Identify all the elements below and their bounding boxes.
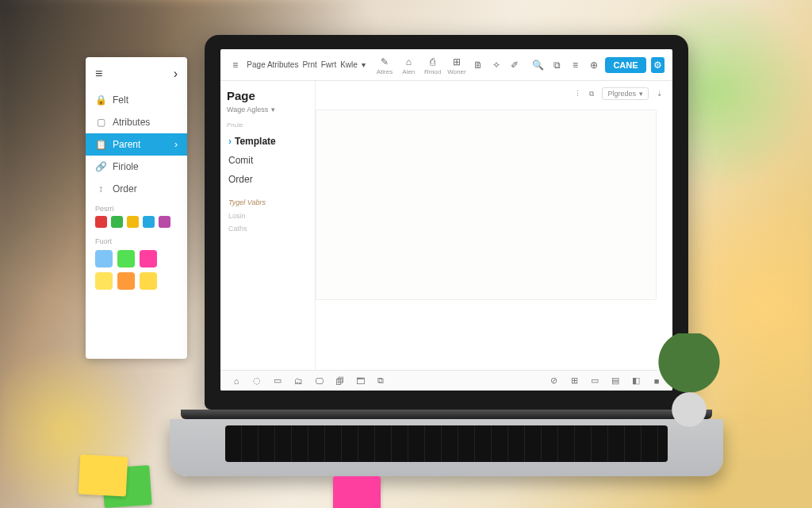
brand-chip[interactable]	[127, 216, 139, 228]
sidebar-item-label: Felt	[113, 94, 128, 106]
folder-icon[interactable]: 🗂	[292, 376, 304, 386]
swatch[interactable]	[117, 272, 135, 290]
section-label: Pesrri	[86, 200, 187, 214]
chevron-down-icon[interactable]: ▾	[362, 60, 366, 69]
swatch[interactable]	[140, 250, 157, 267]
swatch[interactable]	[95, 250, 113, 267]
attributes-sidebar: ≡ › 🔒 Felt ▢ Atributes 📋 Parent › 🔗 Firi…	[86, 57, 187, 359]
document-canvas: ⋮ ⧉ Plgredes▾ ⇣	[316, 81, 672, 370]
kebab-icon[interactable]: ⋮	[574, 90, 581, 98]
circle-icon[interactable]: ◌	[251, 375, 263, 386]
swatch[interactable]	[95, 272, 113, 290]
breadcrumb-item[interactable]: Kwle	[340, 60, 358, 69]
brand-chip[interactable]	[159, 216, 170, 228]
duplicate-icon[interactable]: ⧉	[374, 375, 387, 386]
list-icon[interactable]: ≡	[569, 57, 582, 73]
copy-icon[interactable]: ⧉	[589, 90, 594, 98]
brand-chip[interactable]	[95, 216, 107, 228]
attr-template[interactable]: Template	[227, 132, 308, 151]
mini-label: Pnule	[227, 121, 308, 129]
panel-title: Page	[227, 89, 308, 102]
sub-label: Tygel Vabrs	[227, 195, 308, 210]
rect-icon[interactable]: ▭	[588, 375, 601, 386]
desk-plant	[653, 333, 725, 429]
print-icon: ⎙	[425, 54, 441, 70]
clipboard-icon: 📋	[95, 139, 106, 150]
sidebar-item-order[interactable]: ↕ Order	[86, 178, 187, 200]
chevron-down-icon: ▾	[271, 106, 275, 114]
attr-comit[interactable]: Comit	[227, 151, 308, 170]
page-icon[interactable]: 🗎	[471, 57, 485, 73]
doc-dropdown[interactable]: Plgredes▾	[602, 87, 649, 100]
settings-icon[interactable]: ⚙	[651, 57, 665, 73]
color-swatches	[86, 247, 187, 293]
split-icon[interactable]: ◧	[630, 375, 642, 386]
status-bar: ⌂ ◌ ▭ 🗂 🖵 🗐 🗔 ⧉ ⊘ ⊞ ▭ ▤ ◧ ■	[220, 370, 672, 391]
tool-home[interactable]: ⌂Aien	[399, 54, 418, 75]
sticky-note	[79, 454, 128, 496]
brand-icon-row	[86, 214, 187, 233]
search-icon[interactable]: 🔍	[531, 57, 545, 73]
grid-icon[interactable]: ⊞	[568, 375, 580, 386]
section-label: Fuort	[86, 233, 187, 247]
sidebar-item-attributes[interactable]: ▢ Atributes	[86, 111, 187, 133]
window-icon[interactable]: 🗔	[354, 376, 366, 386]
tool-grid[interactable]: ⊞Woner	[447, 54, 466, 75]
breadcrumb-item[interactable]: Page Atributes	[247, 60, 298, 69]
chevron-right-icon: ›	[174, 139, 178, 150]
download-icon[interactable]: ⇣	[657, 90, 663, 98]
menu-icon[interactable]: ≡	[228, 57, 242, 73]
swatch[interactable]	[140, 272, 157, 290]
sidebar-item-felt[interactable]: 🔒 Felt	[86, 89, 187, 111]
sort-icon: ↕	[95, 183, 106, 194]
laptop: ≡ Page Atributes Prnt Fwrt Kwle ▾ ✎Atire…	[205, 35, 688, 476]
sidebar-item-label: Atributes	[113, 117, 150, 128]
breadcrumb: Page Atributes Prnt Fwrt Kwle ▾	[247, 60, 366, 69]
document-page[interactable]	[316, 110, 657, 300]
sticky-note	[333, 476, 381, 508]
duplicate-icon[interactable]: ⧉	[550, 57, 563, 73]
attr-order[interactable]: Order	[227, 170, 308, 189]
page-dropdown[interactable]: Wage Agless▾	[227, 106, 308, 114]
sidebar-item-firiole[interactable]: 🔗 Firiole	[86, 156, 187, 178]
page-attributes-panel: Page Wage Agless▾ Pnule Template Comit O…	[220, 81, 316, 370]
swatch[interactable]	[117, 250, 135, 267]
primary-action-button[interactable]: CANE	[605, 57, 645, 73]
sub-label: Caths	[227, 222, 308, 235]
breadcrumb-item[interactable]: Fwrt	[321, 60, 336, 69]
sparkle-icon[interactable]: ✧	[489, 57, 503, 73]
breadcrumb-item[interactable]: Prnt	[302, 60, 316, 69]
link-icon: 🔗	[95, 161, 106, 172]
grid-icon: ⊞	[449, 54, 465, 70]
pen-icon[interactable]: ✐	[508, 57, 522, 73]
tool-edit[interactable]: ✎Atires	[375, 54, 394, 75]
sidebar-item-label: Firiole	[113, 161, 139, 172]
home-icon: ⌂	[400, 54, 416, 70]
home-icon[interactable]: ⌂	[230, 376, 243, 386]
sub-label: Losin	[227, 210, 308, 222]
pages-icon[interactable]: 🗐	[333, 376, 346, 386]
top-toolbar: ≡ Page Atributes Prnt Fwrt Kwle ▾ ✎Atire…	[220, 49, 672, 81]
chevron-right-icon[interactable]: ›	[174, 67, 178, 81]
menu-icon[interactable]: ≡	[95, 67, 102, 81]
rect-icon[interactable]: ▭	[271, 375, 284, 386]
target-icon[interactable]: ⊕	[587, 57, 600, 73]
block-icon[interactable]: ⊘	[547, 375, 560, 386]
app-window: ≡ Page Atributes Prnt Fwrt Kwle ▾ ✎Atire…	[220, 49, 672, 391]
lock-icon: 🔒	[95, 94, 106, 106]
laptop-keyboard	[170, 419, 723, 476]
sidebar-item-label: Order	[113, 183, 137, 194]
pencil-icon: ✎	[377, 54, 393, 70]
tool-print[interactable]: ⎙Rmod	[423, 54, 442, 75]
brand-chip[interactable]	[111, 216, 123, 228]
sidebar-item-label: Parent	[113, 139, 140, 150]
chevron-down-icon: ▾	[639, 90, 643, 98]
square-icon: ▢	[95, 117, 106, 128]
sidebar-item-parent[interactable]: 📋 Parent ›	[86, 133, 187, 156]
brand-chip[interactable]	[143, 216, 155, 228]
rows-icon[interactable]: ▤	[609, 375, 622, 386]
monitor-icon[interactable]: 🖵	[312, 376, 325, 386]
